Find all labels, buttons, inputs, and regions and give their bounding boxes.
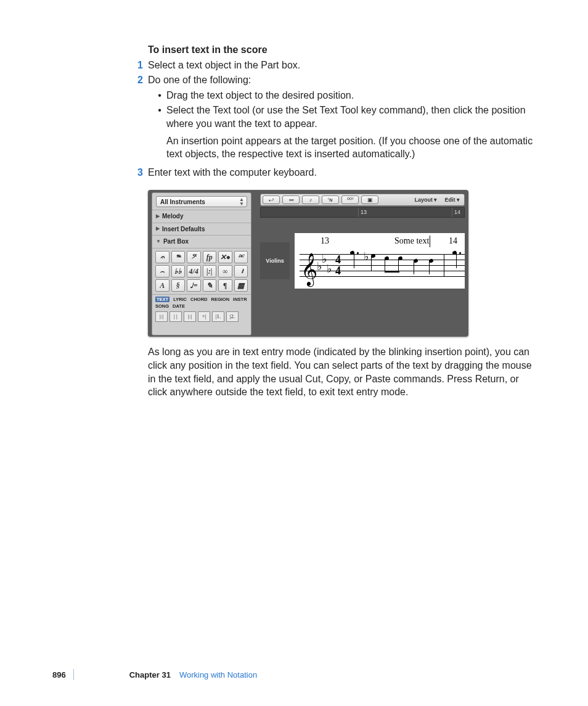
palette-button[interactable]: ✕●	[218, 251, 232, 263]
stem-icon	[414, 261, 414, 274]
key-flat-icon: ♭	[327, 261, 332, 276]
ruler-mark: 14	[452, 208, 462, 217]
palette-button[interactable]: 𝄊	[234, 251, 248, 263]
text-category-tabs: TEXT LYRIC CHORD REGION INSTR SONG DATE	[152, 294, 251, 310]
tab-instr[interactable]: INSTR	[233, 297, 247, 302]
stem-icon	[398, 258, 399, 272]
tab-date[interactable]: DATE	[173, 303, 185, 309]
text-object-button[interactable]: |:|	[184, 311, 196, 322]
text-object-button[interactable]: |1.	[212, 311, 224, 322]
step-number: 2	[129, 73, 148, 87]
menu-label: Edit	[444, 197, 455, 203]
tab-text[interactable]: TEXT	[155, 297, 169, 302]
disclosure-right-icon: ▶	[156, 226, 160, 232]
step-text: Do one of the following:	[148, 73, 536, 87]
text-insertion[interactable]: Some text	[394, 236, 430, 247]
score-region[interactable]: 13 Some text 14 𝄞 ♭ ♭ ♭ 4 4	[295, 233, 465, 289]
palette-button[interactable]: 𝄽	[234, 265, 248, 277]
palette-button[interactable]: ⌢	[155, 265, 169, 277]
palette-button[interactable]: ▦	[234, 279, 248, 292]
toolbar-button[interactable]: ♪	[302, 195, 319, 204]
row-part-box[interactable]: ▼ Part Box	[152, 235, 251, 248]
key-flat-icon: ♭	[317, 259, 322, 274]
text-object-button[interactable]: | |	[169, 311, 182, 322]
bullet-icon: •	[155, 104, 166, 130]
text-object-button[interactable]: |:|	[155, 311, 168, 322]
footer-divider-icon	[73, 669, 74, 680]
palette-button[interactable]: 4/4	[187, 265, 201, 277]
palette-button[interactable]: ✎	[203, 279, 217, 292]
disclosure-right-icon: ▶	[156, 213, 160, 220]
step-2: 2 Do one of the following:	[148, 73, 536, 87]
palette-button[interactable]: ♭♭	[171, 265, 186, 277]
palette-button[interactable]: ¶	[218, 279, 232, 292]
toolbar-button[interactable]: ⮐	[263, 195, 280, 204]
stem-icon	[456, 252, 457, 268]
bar-ruler[interactable]: 13 14	[260, 207, 465, 218]
toolbar-button[interactable]: ᴼᴼᵀ	[341, 195, 359, 204]
text-object-icons: |:| | | |:| ÷| |1. |2.	[152, 310, 251, 324]
beam-icon	[385, 271, 399, 273]
palette-button[interactable]: |:|	[203, 265, 217, 277]
row-label: Part Box	[163, 237, 189, 246]
palette-button[interactable]: 𝄢	[187, 251, 201, 263]
toolbar-button[interactable]: ⫘	[282, 195, 300, 204]
menu-label: Layout	[414, 197, 433, 203]
tab-song[interactable]: SONG	[155, 303, 169, 309]
disclosure-down-icon: ▼	[156, 239, 161, 245]
document-page: To insert text in the score 1 Select a t…	[0, 0, 588, 706]
step-2-bullet-a: • Drag the text object to the desired po…	[155, 89, 536, 102]
barline-icon	[444, 254, 444, 276]
bullet-text: Select the Text tool (or use the Set Tex…	[166, 104, 536, 130]
time-sig-bottom: 4	[335, 265, 341, 276]
stem-icon	[371, 256, 372, 271]
step-text: Select a text object in the Part box.	[148, 59, 536, 72]
edit-menu[interactable]: Edit ▾	[442, 196, 462, 203]
toolbar-button[interactable]: ▣	[361, 195, 378, 204]
palette-button[interactable]: ∞	[218, 265, 232, 277]
chapter-label: Chapter 31	[129, 670, 171, 679]
row-label: Insert Defaults	[162, 225, 205, 234]
palette-button[interactable]: fp	[203, 251, 217, 263]
text-object-button[interactable]: ÷|	[198, 311, 210, 322]
time-sig-top: 4	[335, 254, 341, 265]
instrument-dropdown[interactable]: All Instruments ▲▼	[156, 196, 247, 207]
step-2-followup: An insertion point appears at the target…	[166, 134, 536, 161]
step-3: 3 Enter text with the computer keyboard.	[148, 166, 536, 179]
chapter-title: Working with Notation	[179, 670, 257, 679]
palette-button[interactable]: A	[155, 279, 169, 292]
bullet-icon: •	[155, 89, 166, 102]
palette-button[interactable]: 𝆮	[171, 251, 186, 263]
stem-icon	[354, 252, 354, 268]
accidental-flat-icon: ♭	[364, 249, 369, 264]
toolbar-button[interactable]: ᴵɴ	[322, 195, 339, 204]
tab-lyric[interactable]: LYRIC	[173, 297, 187, 302]
row-insert-defaults[interactable]: ▶ Insert Defaults	[152, 223, 251, 236]
palette-button[interactable]: §	[171, 279, 186, 292]
step-1: 1 Select a text object in the Part box.	[148, 59, 536, 72]
page-footer: 896 Chapter 31 Working with Notation	[52, 669, 257, 680]
key-flat-icon: ♭	[322, 252, 327, 266]
dot-icon	[459, 252, 461, 254]
row-melody[interactable]: ▶ Melody	[152, 210, 251, 223]
palette-button[interactable]: 𝄐	[155, 251, 169, 263]
stem-icon	[385, 258, 385, 272]
row-label: Melody	[162, 212, 183, 221]
layout-menu[interactable]: Layout ▾	[412, 196, 439, 203]
body-content: To insert text in the score 1 Select a t…	[148, 43, 536, 399]
tab-chord[interactable]: CHORD	[190, 297, 208, 302]
track-header[interactable]: Violins	[260, 242, 290, 279]
step-number: 3	[129, 166, 148, 179]
palette-button[interactable]: ♩=	[187, 279, 201, 292]
ruler-mark: 13	[358, 208, 369, 217]
screenshot-figure: All Instruments ▲▼ ▶ Melody ▶ Insert Def…	[148, 190, 468, 337]
text-object-button[interactable]: |2.	[226, 311, 239, 322]
inspector-panel: All Instruments ▲▼ ▶ Melody ▶ Insert Def…	[152, 192, 251, 335]
step-number: 1	[129, 59, 148, 72]
tab-region[interactable]: REGION	[211, 297, 229, 302]
dot-icon	[357, 252, 359, 254]
bar-number: 14	[449, 236, 457, 247]
dropdown-label: All Instruments	[160, 198, 205, 207]
part-box-palette: 𝄐 𝆮 𝄢 fp ✕● 𝄊 ⌢ ♭♭ 4/4 |:| ∞ 𝄽 A § ♩= ✎	[152, 248, 251, 294]
bar-number: 13	[321, 236, 329, 247]
